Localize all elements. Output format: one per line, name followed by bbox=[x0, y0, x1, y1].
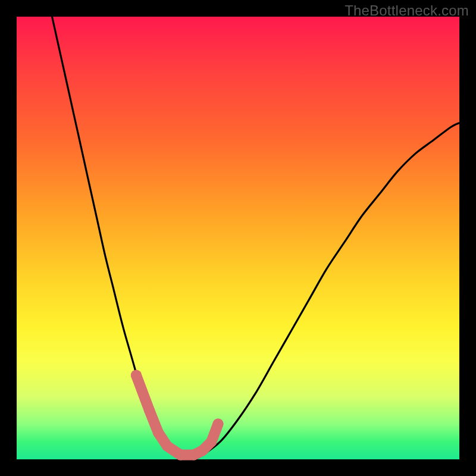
marker-dot bbox=[131, 370, 142, 381]
optimal-range-markers bbox=[131, 370, 224, 455]
marker-dot bbox=[213, 418, 224, 429]
watermark-text: TheBottleneck.com bbox=[345, 2, 469, 19]
bottleneck-curve bbox=[52, 17, 460, 460]
marker-segment bbox=[136, 375, 149, 411]
plot-area bbox=[17, 17, 459, 459]
bottleneck-curve-svg bbox=[17, 17, 459, 459]
outer-frame: TheBottleneck.com bbox=[0, 0, 476, 476]
